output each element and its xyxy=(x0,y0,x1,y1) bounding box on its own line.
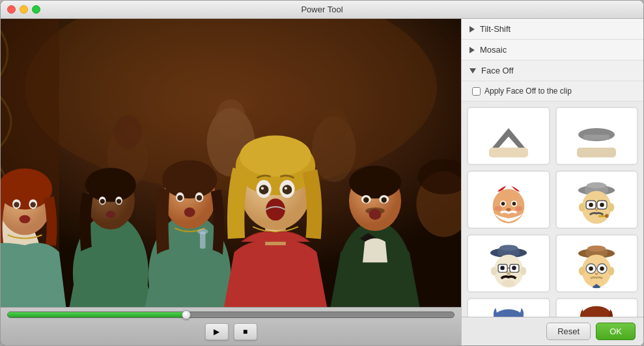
apply-face-off-label: Apply Face Off to the clip xyxy=(484,86,572,96)
panel-bottom: Reset OK xyxy=(462,317,643,345)
svg-point-124 xyxy=(580,306,613,317)
face-item-redhair[interactable] xyxy=(555,298,639,317)
titlebar-buttons xyxy=(7,5,40,14)
right-panel: Tilt-Shift Mosaic Face Off Apply Face Of… xyxy=(461,19,643,345)
svg-point-90 xyxy=(499,245,518,250)
svg-point-75 xyxy=(587,182,606,188)
svg-point-111 xyxy=(600,266,604,271)
face-item-partial-1[interactable] xyxy=(467,107,550,165)
tilt-shift-label: Tilt-Shift xyxy=(480,24,511,34)
apply-face-off-row: Apply Face Off to the clip xyxy=(462,81,643,101)
svg-rect-58 xyxy=(1,19,461,307)
window-title: Power Tool xyxy=(301,5,343,14)
panel-list: Tilt-Shift Mosaic Face Off Apply Face Of… xyxy=(462,19,643,317)
face-item-partial-2[interactable] xyxy=(555,107,639,165)
content-area: ▶ ■ Tilt-Shift Mosaic xyxy=(1,19,643,345)
svg-point-77 xyxy=(579,203,585,211)
video-scene xyxy=(1,19,461,307)
video-area xyxy=(1,19,461,307)
svg-point-92 xyxy=(491,267,497,275)
reset-button[interactable]: Reset xyxy=(546,323,591,340)
stop-icon: ■ xyxy=(243,327,247,336)
svg-point-97 xyxy=(500,265,505,270)
face-item-inspector[interactable] xyxy=(467,234,550,293)
progress-fill xyxy=(8,312,186,317)
svg-point-103 xyxy=(587,245,606,251)
svg-point-63 xyxy=(505,179,512,186)
svg-point-100 xyxy=(502,279,514,286)
svg-point-78 xyxy=(608,203,614,211)
minimize-button[interactable] xyxy=(20,5,28,14)
svg-rect-59 xyxy=(489,148,528,157)
face-item-santa[interactable] xyxy=(467,170,550,229)
face-item-gentleman[interactable] xyxy=(555,234,639,293)
svg-point-84 xyxy=(589,202,594,207)
tilt-shift-collapse-icon xyxy=(469,26,475,33)
sidebar-item-face-off[interactable]: Face Off xyxy=(462,60,643,81)
svg-point-68 xyxy=(501,202,505,206)
mosaic-collapse-icon xyxy=(469,47,475,53)
play-icon: ▶ xyxy=(214,327,219,336)
sidebar-item-mosaic[interactable]: Mosaic xyxy=(462,40,643,60)
svg-point-98 xyxy=(512,265,516,270)
face-grid xyxy=(467,107,638,317)
face-off-label: Face Off xyxy=(481,66,514,75)
svg-point-72 xyxy=(515,206,522,211)
svg-point-69 xyxy=(512,202,516,206)
svg-point-105 xyxy=(579,267,585,275)
svg-point-85 xyxy=(600,202,604,207)
progress-thumb[interactable] xyxy=(182,310,191,319)
video-panel: ▶ ■ xyxy=(1,19,461,345)
maximize-button[interactable] xyxy=(32,5,40,14)
svg-point-104 xyxy=(582,254,611,287)
titlebar: Power Tool xyxy=(1,1,643,19)
stop-button[interactable]: ■ xyxy=(234,323,257,340)
main-window: Power Tool xyxy=(0,0,644,346)
face-item-detective[interactable] xyxy=(555,170,639,229)
svg-point-71 xyxy=(494,206,501,211)
svg-point-110 xyxy=(589,266,594,271)
control-buttons: ▶ ■ xyxy=(7,323,455,340)
ok-button[interactable]: OK xyxy=(596,323,636,340)
svg-point-99 xyxy=(507,272,511,275)
face-off-expand-icon xyxy=(469,68,476,73)
svg-rect-62 xyxy=(577,148,616,157)
close-button[interactable] xyxy=(7,5,16,14)
face-item-bluehair[interactable] xyxy=(467,298,550,317)
play-button[interactable]: ▶ xyxy=(205,323,229,340)
svg-point-106 xyxy=(608,267,614,275)
svg-point-87 xyxy=(605,214,609,218)
svg-point-93 xyxy=(520,267,526,275)
video-controls: ▶ ■ xyxy=(1,307,461,345)
face-grid-container xyxy=(462,101,643,317)
sidebar-item-tilt-shift[interactable]: Tilt-Shift xyxy=(462,19,643,40)
svg-rect-61 xyxy=(583,135,609,140)
svg-point-65 xyxy=(492,189,524,223)
mosaic-label: Mosaic xyxy=(480,45,507,55)
apply-face-off-checkbox[interactable] xyxy=(472,87,481,96)
progress-bar[interactable] xyxy=(7,312,455,318)
